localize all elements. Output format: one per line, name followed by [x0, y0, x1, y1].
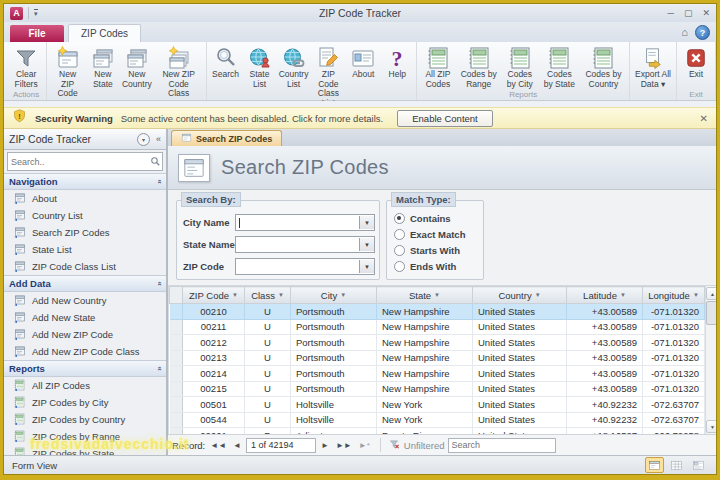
ribbon-button-country-list[interactable]: Country List	[277, 43, 311, 89]
ribbon-button-codes-by-city[interactable]: Codes by City	[501, 43, 539, 89]
last-record-button[interactable]: ►►	[334, 441, 354, 450]
ribbon-button-all-zip-codes[interactable]: All ZIP Codes	[419, 43, 456, 89]
collapse-section-icon[interactable]: »	[154, 281, 163, 285]
sidebar-section-reports[interactable]: Reports»	[4, 360, 166, 377]
radio-option-contains[interactable]: Contains	[394, 213, 451, 224]
sidebar-item-about[interactable]: About	[4, 190, 166, 207]
collapse-section-icon[interactable]: »	[154, 366, 163, 370]
cell-latitude[interactable]: +43.00589	[567, 366, 643, 382]
sidebar-item-zip-codes-by-state[interactable]: ZIP Codes by State	[4, 445, 166, 455]
row-selector[interactable]	[170, 335, 183, 351]
cell-state[interactable]: New York	[377, 412, 473, 428]
cell-class[interactable]: U	[245, 366, 291, 382]
cell-state[interactable]: New Hampshire	[377, 319, 473, 335]
cell-longitude[interactable]: -071.01320	[643, 304, 705, 320]
ribbon-button-about[interactable]: About	[346, 43, 380, 80]
row-selector[interactable]	[170, 366, 183, 382]
restore-button[interactable]: ▢	[684, 7, 693, 19]
sidebar-item-country-list[interactable]: Country List	[4, 207, 166, 224]
column-header-zip-code[interactable]: ZIP Code▼	[183, 287, 245, 304]
search-icon[interactable]	[148, 156, 162, 167]
cell-country[interactable]: United States	[473, 366, 567, 382]
ribbon-button-codes-by-country[interactable]: Codes by Country	[580, 43, 627, 89]
close-button[interactable]: ✕	[702, 7, 710, 19]
city-name-combobox[interactable]: ▼	[235, 214, 375, 231]
row-selector[interactable]	[170, 304, 183, 320]
cell-city[interactable]: Holtsville	[291, 412, 377, 428]
cell-longitude[interactable]: -072.63707	[643, 397, 705, 413]
next-record-button[interactable]: ►	[319, 441, 331, 450]
collapse-section-icon[interactable]: »	[154, 179, 163, 183]
enable-content-button[interactable]: Enable Content	[397, 110, 493, 127]
radio-icon[interactable]	[394, 261, 405, 272]
column-header-latitude[interactable]: Latitude▼	[567, 287, 643, 304]
layout-view-icon[interactable]	[689, 457, 708, 473]
cell-state[interactable]: New Hampshire	[377, 381, 473, 397]
cell-state[interactable]: New Hampshire	[377, 350, 473, 366]
column-header-class[interactable]: Class▼	[245, 287, 291, 304]
table-row[interactable]: 00213UPortsmouthNew HampshireUnited Stat…	[170, 350, 705, 366]
sidebar-item-add-new-zip-code-class[interactable]: Add New ZIP Code Class	[4, 343, 166, 360]
ribbon-button-export-all-data[interactable]: Export All Data ▾	[632, 43, 674, 89]
cell-state[interactable]: New Hampshire	[377, 304, 473, 320]
cell-latitude[interactable]: +43.00589	[567, 381, 643, 397]
record-search-input[interactable]	[448, 438, 556, 453]
sidebar-item-zip-codes-by-range[interactable]: ZIP Codes by Range	[4, 428, 166, 445]
column-filter-icon[interactable]: ▼	[693, 292, 699, 298]
cell-longitude[interactable]: -072.63707	[643, 412, 705, 428]
sidebar-section-add-data[interactable]: Add Data»	[4, 275, 166, 292]
column-filter-icon[interactable]: ▼	[535, 292, 541, 298]
radio-option-exact-match[interactable]: Exact Match	[394, 229, 465, 240]
scroll-up-icon[interactable]: ▲	[706, 287, 716, 300]
ribbon-button-new-state[interactable]: New State	[86, 43, 120, 89]
cell-latitude[interactable]: +43.00589	[567, 319, 643, 335]
minimize-button[interactable]: ─	[668, 7, 674, 19]
row-selector[interactable]	[170, 381, 183, 397]
cell-city[interactable]: Portsmouth	[291, 319, 377, 335]
cell-zip-code[interactable]: 00215	[183, 381, 245, 397]
ribbon-button-state-list[interactable]: State List	[243, 43, 277, 89]
radio-option-starts-with[interactable]: Starts With	[394, 245, 460, 256]
cell-class[interactable]: U	[245, 335, 291, 351]
cell-zip-code[interactable]: 00214	[183, 366, 245, 382]
cell-class[interactable]: U	[245, 304, 291, 320]
cell-class[interactable]: U	[245, 350, 291, 366]
cell-longitude[interactable]: -071.01320	[643, 319, 705, 335]
chevron-down-icon[interactable]: ▼	[359, 216, 374, 229]
cell-class[interactable]: U	[245, 412, 291, 428]
cell-class[interactable]: U	[245, 381, 291, 397]
ribbon-button-exit[interactable]: Exit	[679, 43, 713, 80]
cell-city[interactable]: Portsmouth	[291, 366, 377, 382]
cell-longitude[interactable]: -071.01320	[643, 350, 705, 366]
form-view-icon[interactable]	[645, 457, 664, 473]
cell-city[interactable]: Portsmouth	[291, 350, 377, 366]
cell-country[interactable]: United States	[473, 412, 567, 428]
row-selector[interactable]	[170, 397, 183, 413]
cell-latitude[interactable]: +43.00589	[567, 304, 643, 320]
column-header-state[interactable]: State▼	[377, 287, 473, 304]
cell-class[interactable]: U	[245, 397, 291, 413]
cell-latitude[interactable]: +40.92232	[567, 412, 643, 428]
ribbon-button-codes-by-state[interactable]: Codes by State	[539, 43, 580, 89]
cell-country[interactable]: United States	[473, 304, 567, 320]
cell-zip-code[interactable]: 00544	[183, 412, 245, 428]
sidebar-section-navigation[interactable]: Navigation»	[4, 173, 166, 190]
radio-icon[interactable]	[394, 229, 405, 240]
ribbon-button-zip-code-class-list[interactable]: ZIP Code Class List	[311, 43, 347, 108]
cell-latitude[interactable]: +43.00589	[567, 335, 643, 351]
sidebar-item-add-new-state[interactable]: Add New State	[4, 309, 166, 326]
column-filter-icon[interactable]: ▼	[278, 292, 284, 298]
chevron-down-icon[interactable]: ▼	[359, 238, 374, 251]
cell-zip-code[interactable]: 00212	[183, 335, 245, 351]
previous-record-button[interactable]: ◄	[231, 441, 243, 450]
cell-zip-code[interactable]: 00501	[183, 397, 245, 413]
column-header-longitude[interactable]: Longitude▼	[643, 287, 705, 304]
table-row[interactable]: 00210UPortsmouthNew HampshireUnited Stat…	[170, 304, 705, 320]
cell-state[interactable]: New York	[377, 397, 473, 413]
pin-ribbon-icon[interactable]: ⌂	[681, 27, 688, 38]
radio-icon[interactable]	[394, 245, 405, 256]
cell-zip-code[interactable]: 00210	[183, 304, 245, 320]
navigation-pane-header[interactable]: ZIP Code Tracker ▾ «	[4, 129, 166, 150]
sidebar-item-zip-codes-by-country[interactable]: ZIP Codes by Country	[4, 411, 166, 428]
table-vertical-scrollbar[interactable]: ▲ ▼	[705, 286, 716, 434]
